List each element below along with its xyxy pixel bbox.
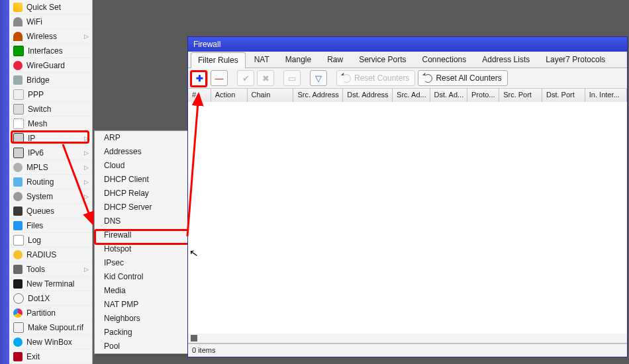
submenu-item-media[interactable]: Media <box>95 284 191 298</box>
disable-button[interactable]: ✖ <box>257 70 274 86</box>
firewall-toolbar: ✚ — ✔ ✖ ▭ ▽ Reset Counters Reset All Cou… <box>188 68 627 89</box>
column-header-src-ad-[interactable]: Src. Ad... <box>393 89 430 102</box>
sidebar-item-label: New Terminal <box>26 279 89 289</box>
add-button[interactable]: ✚ <box>191 70 208 86</box>
remove-button[interactable]: — <box>211 70 228 86</box>
status-bar: 0 items <box>188 343 627 357</box>
sidebar-item-mesh[interactable]: Mesh <box>9 116 93 131</box>
sidebar-item-label: Wireless <box>26 32 84 41</box>
sidebar-item-label: Queues <box>26 206 89 216</box>
sidebar-item-system[interactable]: System▷ <box>9 189 93 204</box>
sidebar-item-label: WireGuard <box>26 61 89 70</box>
sidebar-item-new-winbox[interactable]: New WinBox <box>9 335 93 349</box>
submenu-item-ipsec[interactable]: IPsec <box>95 256 191 270</box>
sidebar-item-label: Mesh <box>28 119 89 128</box>
sidebar-item-quick-set[interactable]: Quick Set <box>9 0 93 15</box>
submenu-item-kid-control[interactable]: Kid Control <box>95 270 191 284</box>
sidebar-item-wireless[interactable]: Wireless▷ <box>9 29 93 44</box>
column-header--[interactable]: # <box>188 89 211 102</box>
tab-service-ports[interactable]: Service Ports <box>352 52 413 68</box>
submenu-item-cloud[interactable]: Cloud <box>95 159 191 173</box>
column-header-src-port[interactable]: Src. Port <box>499 89 542 102</box>
column-header-chain[interactable]: Chain <box>248 89 294 102</box>
sidebar-item-label: Bridge <box>26 75 89 85</box>
tab-address-lists[interactable]: Address Lists <box>475 52 537 68</box>
submenu-item-packing[interactable]: Packing <box>95 326 191 340</box>
supout-icon <box>13 322 24 333</box>
sidebar-item-queues[interactable]: Queues <box>9 204 93 218</box>
tools-icon <box>13 265 23 274</box>
sidebar-item-make-supout-rif[interactable]: Make Supout.rif <box>9 320 93 335</box>
sidebar-item-ppp[interactable]: PPP <box>9 87 93 102</box>
reload-icon <box>424 74 432 83</box>
submenu-item-arp[interactable]: ARP <box>95 131 191 145</box>
column-header-dst-address[interactable]: Dst. Address <box>343 89 393 102</box>
ipv6-icon <box>13 148 24 158</box>
mesh-icon <box>13 118 24 129</box>
ant-icon <box>13 32 23 41</box>
submenu-item-nat-pmp[interactable]: NAT PMP <box>95 298 191 312</box>
tab-filter-rules[interactable]: Filter Rules <box>191 52 246 68</box>
submenu-item-addresses[interactable]: Addresses <box>95 145 191 159</box>
tab-mangle[interactable]: Mangle <box>278 52 318 68</box>
sidebar-item-label: Partition <box>26 308 89 318</box>
sidebar-item-label: Quick Set <box>26 3 89 12</box>
submenu-item-firewall[interactable]: Firewall <box>95 228 191 242</box>
iface-icon <box>13 46 24 56</box>
tab-layer7-protocols[interactable]: Layer7 Protocols <box>538 52 612 68</box>
submenu-item-dhcp-relay[interactable]: DHCP Relay <box>95 187 191 201</box>
column-header-in-inter-[interactable]: In. Inter... <box>585 89 627 102</box>
firewall-titlebar[interactable]: Firewall <box>188 37 627 52</box>
reset-counters-label: Reset Counters <box>354 73 409 83</box>
sidebar-item-ip[interactable]: IP▷ <box>9 131 93 146</box>
sidebar-item-label: Routing <box>26 177 84 187</box>
sidebar-item-interfaces[interactable]: Interfaces <box>9 44 93 58</box>
submenu-item-hotspot[interactable]: Hotspot <box>95 242 191 256</box>
column-header-dst-ad-[interactable]: Dst. Ad... <box>430 89 467 102</box>
filter-button[interactable]: ▽ <box>310 70 327 86</box>
tab-connections[interactable]: Connections <box>415 52 474 68</box>
column-header-proto-[interactable]: Proto... <box>467 89 499 102</box>
enable-button[interactable]: ✔ <box>237 70 254 86</box>
column-header-src-address[interactable]: Src. Address <box>293 89 343 102</box>
sidebar-item-tools[interactable]: Tools▷ <box>9 262 93 277</box>
sidebar-item-partition[interactable]: Partition <box>9 306 93 320</box>
sidebar-item-dot1x[interactable]: Dot1X <box>9 291 93 306</box>
submenu-item-dhcp-client[interactable]: DHCP Client <box>95 173 191 187</box>
grid-body[interactable] <box>188 102 627 343</box>
sidebar-item-label: MPLS <box>26 163 84 172</box>
sidebar-item-wireguard[interactable]: WireGuard <box>9 58 93 73</box>
reset-counters-button[interactable]: Reset Counters <box>336 70 415 86</box>
sidebar-item-mpls[interactable]: MPLS▷ <box>9 160 93 175</box>
column-header-dst-port[interactable]: Dst. Port <box>542 89 585 102</box>
submenu-item-dhcp-server[interactable]: DHCP Server <box>95 201 191 214</box>
sidebar-item-label: IPv6 <box>28 148 84 158</box>
sidebar-item-new-terminal[interactable]: New Terminal <box>9 277 93 291</box>
reset-all-counters-button[interactable]: Reset All Counters <box>418 70 507 86</box>
sidebar-item-ipv6[interactable]: IPv6▷ <box>9 146 93 160</box>
ip-submenu: ARPAddressesCloudDHCP ClientDHCP RelayDH… <box>94 130 192 354</box>
submenu-item-pool[interactable]: Pool <box>95 340 191 353</box>
dot1x-icon <box>13 293 24 304</box>
sidebar-item-log[interactable]: Log <box>9 233 93 248</box>
switch-icon <box>13 104 24 114</box>
sidebar-item-radius[interactable]: RADIUS <box>9 248 93 262</box>
sidebar-item-bridge[interactable]: Bridge <box>9 73 93 87</box>
sidebar-item-exit[interactable]: Exit <box>9 349 93 364</box>
sidebar-strip <box>0 0 9 364</box>
column-header-action[interactable]: Action <box>211 89 248 102</box>
submenu-arrow-icon: ▷ <box>84 33 89 40</box>
sidebar-item-routing[interactable]: Routing▷ <box>9 175 93 189</box>
sidebar-item-switch[interactable]: Switch <box>9 102 93 116</box>
horizontal-scrollbar[interactable] <box>188 334 627 343</box>
tab-raw[interactable]: Raw <box>320 52 350 68</box>
tab-nat[interactable]: NAT <box>247 52 277 68</box>
scrollbar-thumb[interactable] <box>191 335 197 341</box>
sidebar-item-files[interactable]: Files <box>9 218 93 233</box>
sidebar-item-wifi[interactable]: WiFi <box>9 15 93 29</box>
comment-button[interactable]: ▭ <box>283 70 301 86</box>
submenu-arrow-icon: ▷ <box>84 150 89 156</box>
sidebar-item-label: Tools <box>26 265 84 274</box>
submenu-item-neighbors[interactable]: Neighbors <box>95 312 191 326</box>
submenu-item-dns[interactable]: DNS <box>95 214 191 228</box>
